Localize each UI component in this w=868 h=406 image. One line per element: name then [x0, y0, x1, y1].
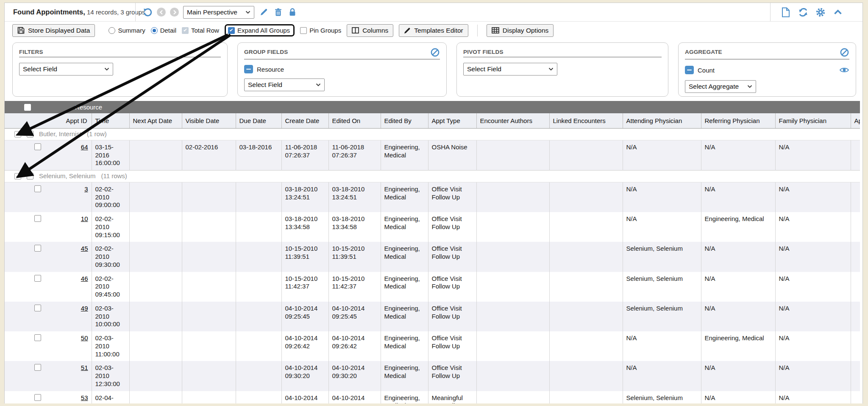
gear-icon[interactable]	[815, 7, 826, 17]
pivot-fields-rule	[463, 57, 662, 57]
table-cell: 10-15-2010 11:42:37	[328, 272, 381, 302]
columns-button[interactable]: Columns	[347, 24, 393, 37]
undo-icon[interactable]	[142, 7, 153, 17]
prev-icon[interactable]	[157, 8, 166, 17]
remove-aggregate-icon[interactable]	[685, 66, 694, 74]
column-header[interactable]: Referring Physician	[701, 113, 775, 129]
summary-radio-circle[interactable]	[108, 27, 115, 34]
table-cell	[549, 182, 623, 212]
column-header[interactable]: Edited On	[328, 113, 381, 129]
display-options-button[interactable]: Display Options	[487, 24, 554, 37]
total-row-label: Total Row	[191, 27, 219, 34]
total-row-checkbox-box[interactable]	[182, 27, 189, 34]
row-checkbox[interactable]	[34, 334, 41, 341]
column-header[interactable]: Edited By	[381, 113, 428, 129]
group-fields-select[interactable]: Select Field	[244, 78, 325, 91]
grid-icon	[492, 27, 499, 34]
templates-editor-label: Templates Editor	[414, 27, 463, 34]
table-cell: Engineering, Medical	[381, 182, 428, 212]
pin-groups-checkbox-box[interactable]	[300, 27, 307, 34]
column-header[interactable]: Appt Re	[851, 113, 860, 129]
row-checkbox[interactable]	[34, 364, 41, 371]
appt-id-link[interactable]: 64	[81, 143, 88, 151]
appt-id-link[interactable]: 45	[81, 245, 88, 252]
group-collapse-toggle[interactable]	[14, 131, 21, 137]
new-file-icon[interactable]	[781, 7, 791, 17]
table-cell: N/A	[775, 391, 851, 404]
column-header[interactable]: Appt Type	[428, 113, 476, 129]
appt-id-link[interactable]: 49	[81, 305, 88, 312]
appt-id-link[interactable]: 46	[81, 275, 88, 282]
column-header[interactable]: Family Physician	[775, 113, 851, 129]
refresh-icon[interactable]	[798, 7, 808, 17]
group-checkbox[interactable]	[27, 131, 33, 137]
summary-radio[interactable]: Summary	[108, 27, 145, 34]
total-row-checkbox[interactable]: Total Row	[182, 27, 219, 34]
table-cell	[476, 331, 549, 361]
column-header[interactable]: Time	[92, 113, 129, 129]
table-cell: N/A	[701, 272, 775, 302]
collapse-panel-icon[interactable]	[833, 7, 843, 17]
table-row: 5002-03-2010 11:00:0004-10-2014 09:26:42…	[5, 331, 860, 361]
group-row: Butler, Internist(1 row)	[5, 129, 860, 140]
table-cell	[476, 302, 549, 331]
column-header[interactable]: Appt ID	[5, 113, 92, 129]
detail-radio-circle[interactable]	[151, 27, 158, 34]
store-displayed-data-button[interactable]: Store Displayed Data	[12, 24, 95, 37]
expand-all-groups-checkbox[interactable]: Expand All Groups	[228, 27, 290, 34]
column-header[interactable]: Attending Physician	[623, 113, 701, 129]
table-cell	[851, 272, 860, 302]
detail-label: Detail	[160, 27, 176, 34]
table-cell: N/A	[701, 242, 775, 272]
group-checkbox[interactable]	[27, 173, 33, 179]
pin-groups-checkbox[interactable]: Pin Groups	[300, 27, 341, 34]
edit-perspective-icon[interactable]	[259, 7, 269, 17]
appt-id-link[interactable]: 3	[84, 185, 88, 193]
row-checkbox[interactable]	[34, 305, 41, 311]
table-cell	[851, 212, 860, 242]
templates-editor-button[interactable]: Templates Editor	[399, 24, 468, 37]
group-collapse-toggle[interactable]	[14, 173, 21, 179]
aggregate-select[interactable]: Select Aggregate	[685, 80, 756, 93]
row-checkbox[interactable]	[34, 185, 41, 192]
remove-group-field-icon[interactable]	[244, 65, 253, 73]
row-checkbox[interactable]	[34, 275, 41, 282]
column-header[interactable]: Encounter Authors	[476, 113, 549, 129]
column-header[interactable]: Create Date	[281, 113, 328, 129]
filters-field-select[interactable]: Select Field	[19, 63, 113, 76]
row-checkbox[interactable]	[34, 143, 41, 150]
select-all-checkbox[interactable]	[24, 104, 31, 111]
table-cell: 04-10-2014 09:30:20	[328, 361, 381, 391]
lock-icon[interactable]	[287, 7, 298, 17]
row-checkbox[interactable]	[34, 245, 41, 252]
expand-all-groups-checkbox-box[interactable]	[228, 27, 235, 34]
column-header[interactable]: Linked Encounters	[549, 113, 623, 129]
appt-id-link[interactable]: 53	[81, 394, 88, 401]
table-cell: Selenium, Selenium	[623, 242, 701, 272]
table-cell: 03-18-2010 13:34:58	[328, 212, 381, 242]
clear-aggregate-icon[interactable]	[839, 47, 849, 57]
row-checkbox[interactable]	[34, 215, 41, 222]
table-cell: 03-18-2010 13:34:58	[281, 212, 328, 242]
perspective-select[interactable]: Main Perspective	[183, 6, 254, 19]
table-cell: Selenium, Selenium	[623, 391, 701, 404]
appt-id-link[interactable]: 51	[81, 364, 88, 371]
table-cell	[851, 182, 860, 212]
detail-radio[interactable]: Detail	[151, 27, 176, 34]
appt-id-link[interactable]: 10	[81, 215, 88, 222]
appt-id-link[interactable]: 50	[81, 334, 88, 342]
eye-icon[interactable]	[839, 65, 849, 75]
record-count: 14 records, 3 groups	[85, 8, 145, 16]
clear-group-fields-icon[interactable]	[430, 47, 440, 57]
aggregate-select-value: Select Aggregate	[689, 83, 739, 90]
column-header[interactable]: Next Apt Date	[129, 113, 182, 129]
column-header[interactable]: Due Date	[236, 113, 281, 129]
pivot-fields-select[interactable]: Select Field	[463, 63, 557, 76]
table-cell: N/A	[775, 302, 851, 331]
delete-perspective-icon[interactable]	[273, 7, 283, 17]
row-checkbox[interactable]	[34, 394, 41, 401]
table-cell: Engineering, Medical	[381, 331, 428, 361]
next-icon[interactable]	[170, 8, 179, 17]
chevron-down-icon	[747, 85, 752, 88]
column-header[interactable]: Visible Date	[182, 113, 236, 129]
